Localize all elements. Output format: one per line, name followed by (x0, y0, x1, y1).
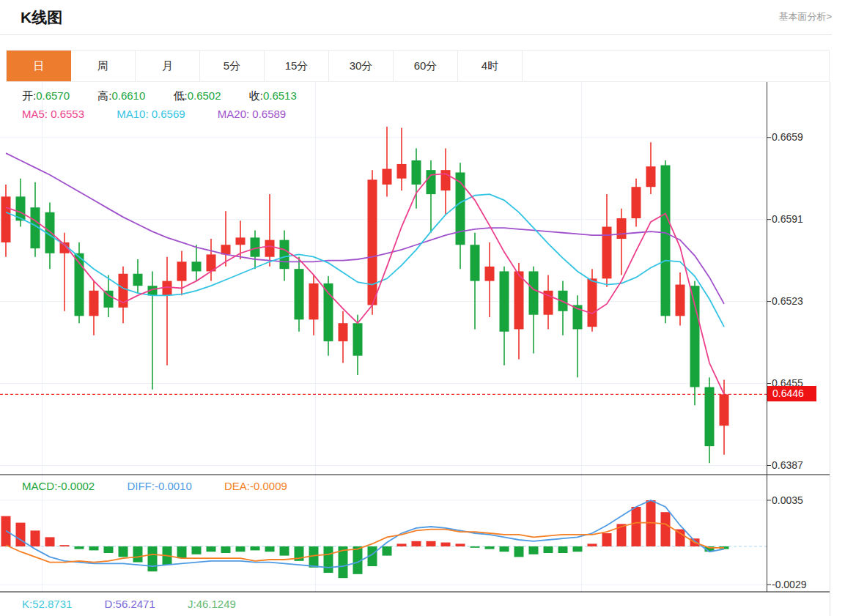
close-value: 0.6513 (263, 89, 297, 102)
tab-30min[interactable]: 30分 (329, 51, 394, 81)
y-axis-label: 0.6387 (772, 458, 824, 472)
tab-week[interactable]: 周 (71, 51, 136, 81)
tab-60min[interactable]: 60分 (394, 51, 458, 81)
ohlc-legend: 开:0.6570 高:0.6610 低:0.6502 收:0.6513 (22, 89, 322, 103)
kline-chart-canvas[interactable] (0, 82, 845, 616)
ma20-legend: MA20: 0.6589 (218, 108, 286, 120)
macd-legend: MACD:-0.0002 DIFF:-0.0010 DEA:-0.0009 (22, 480, 287, 492)
y-axis-label: 0.6591 (772, 212, 824, 226)
macd-axis-label: -0.0029 (772, 577, 824, 592)
kdj-j-value: J:46.1249 (188, 598, 236, 610)
ma-legend: MA5: 0.6553 MA10: 0.6569 MA20: 0.6589 (22, 108, 286, 120)
macd-value: MACD:-0.0002 (22, 480, 95, 492)
y-axis-label: 0.6523 (772, 294, 824, 308)
tab-4hour[interactable]: 4时 (458, 51, 523, 81)
low-value: 0.6502 (188, 89, 221, 102)
high-label: 高: (97, 89, 111, 102)
macd-axis-label: 0.0035 (772, 493, 824, 508)
period-tab-bar: 日 周 月 5分 15分 30分 60分 4时 (6, 50, 830, 82)
tab-day[interactable]: 日 (7, 51, 71, 81)
diff-value: DIFF:-0.0010 (127, 480, 191, 492)
tab-5min[interactable]: 5分 (200, 51, 265, 81)
tab-month[interactable]: 月 (136, 51, 200, 81)
current-price-badge: 0.6446 (767, 386, 816, 401)
ma5-legend: MA5: 0.6553 (22, 108, 84, 120)
kline-app: K线图 基本面分析> 日 周 月 5分 15分 30分 60分 4时 开:0.6… (0, 0, 845, 616)
open-label: 开: (22, 89, 36, 102)
fundamental-analysis-link[interactable]: 基本面分析> (778, 10, 832, 23)
dea-value: DEA:-0.0009 (224, 480, 287, 492)
header-divider (0, 34, 832, 35)
y-axis-label: 0.6659 (772, 130, 824, 144)
chart-right-border (830, 82, 830, 616)
page-title: K线图 (21, 7, 62, 28)
high-value: 0.6610 (111, 89, 145, 102)
close-label: 收: (249, 89, 263, 102)
kdj-legend: K:52.8731 D:56.2471 J:46.1249 (22, 598, 236, 610)
ma10-legend: MA10: 0.6569 (117, 108, 185, 120)
kdj-k-value: K:52.8731 (22, 598, 72, 610)
low-label: 低: (173, 89, 187, 102)
open-value: 0.6570 (36, 89, 70, 102)
tab-15min[interactable]: 15分 (265, 51, 329, 81)
kdj-d-value: D:56.2471 (105, 598, 155, 610)
